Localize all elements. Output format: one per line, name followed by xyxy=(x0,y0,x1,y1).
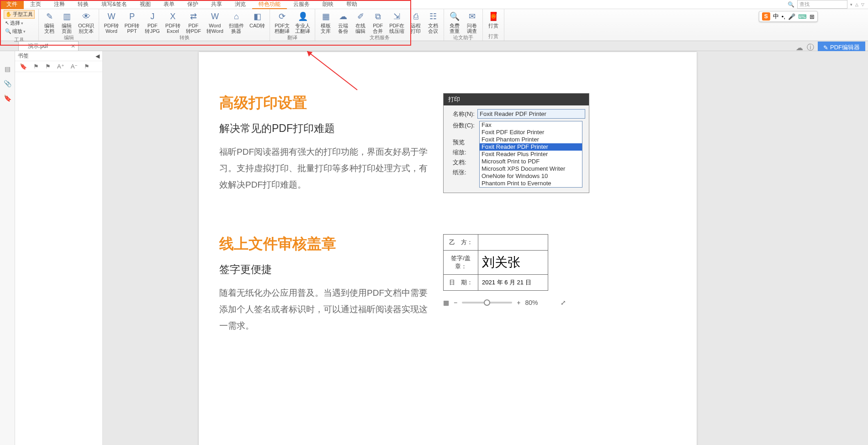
ribbon-btn[interactable]: 🔍免费 查重 xyxy=(446,9,463,34)
group-label-paper: 论文助手 xyxy=(446,34,481,42)
ribbon-btn[interactable]: ◧CAD转 xyxy=(247,9,268,28)
bm-more-icon[interactable]: ⚑ xyxy=(84,63,90,70)
menu-share[interactable]: 共享 xyxy=(205,0,228,9)
ribbon-btn-label: 在线 编辑 xyxy=(355,23,365,34)
tab-strip: 演示.pdf ✕ xyxy=(0,41,868,51)
menu-annot[interactable]: 注释 xyxy=(48,0,71,9)
printer-option[interactable]: Fax xyxy=(480,121,582,129)
tab-close-icon[interactable]: ✕ xyxy=(71,43,75,49)
menu-home[interactable]: 主页 xyxy=(24,0,48,9)
menu-fill[interactable]: 填写&签名 xyxy=(95,0,133,9)
menu-read[interactable]: 朗映 xyxy=(316,0,340,9)
hand-tool[interactable]: ✋手型工具 xyxy=(4,10,35,19)
ribbon-btn[interactable]: ⧉PDF 合并 xyxy=(369,9,386,34)
ribbon-btn[interactable]: ☷文档 会议 xyxy=(424,9,442,34)
ribbon-btn-icon: ✐ xyxy=(355,10,366,22)
ribbon-btn[interactable]: ⎙远程 打印 xyxy=(407,9,424,34)
bm-flag-icon[interactable]: ⚑ xyxy=(33,63,39,70)
collapse-down-icon[interactable]: ▽ xyxy=(861,2,864,7)
ribbon-btn[interactable]: PPDF转 PPT xyxy=(122,9,142,34)
ribbon-btn[interactable]: XPDF转 Excel xyxy=(163,9,183,34)
ribbon-btn[interactable]: ✐在线 编辑 xyxy=(352,9,369,34)
zoom-tool[interactable]: 🔍缩放▾ xyxy=(4,27,35,35)
ribbon-btn[interactable]: JPDF 转JPG xyxy=(142,9,162,34)
printer-option[interactable]: Phantom Print to Evernote xyxy=(480,180,582,187)
printer-option[interactable]: Foxit Reader PDF Printer xyxy=(480,143,582,151)
ribbon-btn-icon: ▦ xyxy=(320,10,332,22)
search-icon[interactable]: 🔍 xyxy=(788,1,794,8)
zoom-expand-icon[interactable]: ⤢ xyxy=(561,299,566,306)
ribbon-btn[interactable]: 👁OCR识 别文本 xyxy=(75,9,97,34)
ribbon-btn[interactable]: ⇄PDF 转PDF xyxy=(183,9,204,34)
ribbon-btn-label: PDF 转PDF xyxy=(186,23,201,34)
bookmarks-collapse-icon[interactable]: ◀ xyxy=(95,53,100,59)
group-label-convert: 转换 xyxy=(101,34,268,42)
printer-option[interactable]: Foxit Phantom Printer xyxy=(480,136,582,143)
collapse-up-icon[interactable]: △ xyxy=(855,2,858,7)
menu-view[interactable]: 视图 xyxy=(133,0,157,9)
thumbnail-icon[interactable]: ▤ xyxy=(3,65,11,73)
printer-option[interactable]: Microsoft XPS Document Writer xyxy=(480,165,582,173)
menu-cloud[interactable]: 云服务 xyxy=(287,0,316,9)
ribbon-btn[interactable]: 🧧打赏 xyxy=(485,9,502,28)
cursor-icon: ↖ xyxy=(5,20,9,26)
menu-browse[interactable]: 浏览 xyxy=(228,0,252,9)
ribbon-btn[interactable]: ✉问卷 调查 xyxy=(463,9,481,34)
ribbon-btn-icon: ⇄ xyxy=(187,10,199,22)
ime-settings-icon[interactable]: ⊞ xyxy=(810,13,815,20)
bm-textdown-icon[interactable]: A⁻ xyxy=(71,63,78,70)
printer-select[interactable]: Foxit Reader PDF Printer xyxy=(477,109,585,119)
search-input[interactable]: 查找 xyxy=(797,0,847,9)
menu-feature[interactable]: 特色功能 xyxy=(252,0,287,9)
menu-help[interactable]: 帮助 xyxy=(340,0,364,9)
ime-punct-icon[interactable]: •, xyxy=(782,13,785,20)
zoom-slider[interactable] xyxy=(462,302,512,304)
ime-toolbar[interactable]: S 中 •, 🎤 ⌨ ⊞ xyxy=(759,11,818,22)
bookmarks-toolbar: 🔖 ⚑ ⚑ A⁺ A⁻ ⚑ xyxy=(15,61,102,72)
select-tool[interactable]: ↖选择▾ xyxy=(4,19,35,27)
bm-textup-icon[interactable]: A⁺ xyxy=(57,63,64,70)
menu-convert[interactable]: 转换 xyxy=(71,0,95,9)
printer-option[interactable]: Foxit PDF Editor Printer xyxy=(480,129,582,136)
ribbon-btn[interactable]: WWord 转Word xyxy=(204,9,226,34)
document-tab[interactable]: 演示.pdf ✕ xyxy=(18,41,79,51)
ime-kbd-icon[interactable]: ⌨ xyxy=(798,13,807,20)
bm-flag2-icon[interactable]: ⚑ xyxy=(45,63,51,70)
ribbon-btn[interactable]: ▥编辑 页面 xyxy=(58,9,75,34)
bookmark-rail-icon[interactable]: 🔖 xyxy=(3,94,11,102)
ribbon-btn[interactable]: 👤专业人 工翻译 xyxy=(292,9,313,34)
canvas[interactable]: 高级打印设置 解决常见的PDF打印难题 福昕PDF阅读器拥有强大的打印功能，界面… xyxy=(103,51,868,445)
printer-option[interactable]: OneNote for Windows 10 xyxy=(480,173,582,180)
ribbon-btn[interactable]: ⌂扫描件 换器 xyxy=(226,9,247,34)
hand-label: 手型工具 xyxy=(13,11,33,18)
menu-protect[interactable]: 保护 xyxy=(181,0,205,9)
attachment-icon[interactable]: 📎 xyxy=(3,79,11,88)
ribbon-btn-label: 编辑 文档 xyxy=(44,23,54,34)
printer-dropdown-list[interactable]: FaxFoxit PDF Editor PrinterFoxit Phantom… xyxy=(479,121,582,188)
ribbon-btn-icon: 👤 xyxy=(297,10,309,22)
ribbon-btn[interactable]: ⟳PDF文 档翻译 xyxy=(272,9,292,34)
zoom-grid-icon[interactable]: ▦ xyxy=(443,299,449,306)
bm-add-icon[interactable]: 🔖 xyxy=(20,63,27,70)
ribbon-btn[interactable]: ☁云端 备份 xyxy=(334,9,352,34)
print-dialog: 打印 名称(N): Foxit Reader PDF Printer 份数(C)… xyxy=(443,93,589,193)
menu-caret-icon[interactable]: ▾ xyxy=(850,2,852,7)
zoom-minus[interactable]: − xyxy=(454,299,457,306)
ime-lang[interactable]: 中 xyxy=(773,12,779,21)
printer-option[interactable]: Foxit Reader Plus Printer xyxy=(480,151,582,158)
ribbon-btn-label: 问卷 调查 xyxy=(467,23,477,34)
printer-option[interactable]: Microsoft Print to PDF xyxy=(480,158,582,165)
ribbon-btn-label: 文档 会议 xyxy=(428,23,438,34)
menu-form[interactable]: 表单 xyxy=(157,0,181,9)
ribbon-btn[interactable]: ▦模板 文库 xyxy=(317,9,334,34)
menu-file[interactable]: 文件 xyxy=(0,0,24,9)
ribbon-btn-icon: P xyxy=(126,10,138,22)
pdf-page: 高级打印设置 解决常见的PDF打印难题 福昕PDF阅读器拥有强大的打印功能，界面… xyxy=(199,52,697,445)
ime-mic-icon[interactable]: 🎤 xyxy=(788,13,795,20)
cloud-icon[interactable]: ☁ xyxy=(796,43,803,52)
print-side-label: 缩放: xyxy=(453,147,466,157)
ribbon-btn[interactable]: ✎编辑 文档 xyxy=(41,9,58,34)
ribbon-btn[interactable]: ⇲PDF在 线压缩 xyxy=(386,9,407,34)
ribbon-btn-label: 专业人 工翻译 xyxy=(295,23,310,34)
ribbon-btn[interactable]: WPDF转 Word xyxy=(101,9,122,34)
